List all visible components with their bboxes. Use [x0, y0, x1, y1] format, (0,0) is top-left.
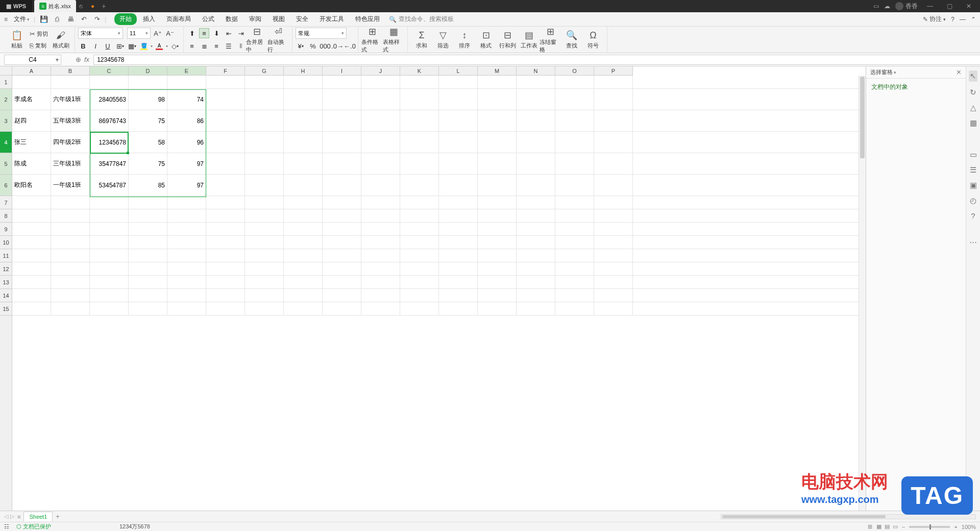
- cell[interactable]: [361, 302, 400, 315]
- sheet-nav-prev[interactable]: ◁: [4, 513, 8, 520]
- cell[interactable]: 一年级1班: [51, 175, 90, 196]
- cell[interactable]: [555, 223, 594, 235]
- ribbon-tab[interactable]: 视图: [267, 13, 290, 25]
- vertical-scrollbar[interactable]: [859, 76, 866, 511]
- row-header[interactable]: 8: [0, 209, 12, 223]
- cell[interactable]: [284, 89, 323, 110]
- cell[interactable]: [323, 89, 361, 110]
- cell[interactable]: [129, 276, 167, 288]
- cell[interactable]: [167, 262, 206, 275]
- cell[interactable]: [90, 289, 129, 302]
- cell[interactable]: [51, 302, 90, 315]
- cell[interactable]: [284, 153, 323, 174]
- column-header[interactable]: P: [594, 66, 633, 75]
- cell[interactable]: [284, 132, 323, 153]
- cell[interactable]: [400, 153, 439, 174]
- cell[interactable]: [245, 89, 284, 110]
- redo-icon[interactable]: ↷: [92, 15, 102, 23]
- cell[interactable]: [12, 302, 51, 315]
- cell[interactable]: [323, 209, 361, 222]
- cell[interactable]: [594, 249, 633, 262]
- cell[interactable]: [439, 89, 478, 110]
- justify-button[interactable]: ☰: [224, 41, 234, 51]
- cell[interactable]: [245, 289, 284, 302]
- column-header[interactable]: B: [51, 66, 90, 75]
- cell[interactable]: [323, 249, 361, 262]
- cell[interactable]: [90, 262, 129, 275]
- cell[interactable]: [167, 236, 206, 249]
- sheet-nav-next[interactable]: ▷: [10, 513, 14, 520]
- cell[interactable]: [439, 175, 478, 196]
- cell[interactable]: [90, 302, 129, 315]
- cell[interactable]: [323, 153, 361, 174]
- underline-button[interactable]: U: [103, 41, 113, 51]
- cell[interactable]: [90, 249, 129, 262]
- cell[interactable]: [594, 76, 633, 88]
- column-header[interactable]: K: [400, 66, 439, 75]
- cell[interactable]: [517, 76, 555, 88]
- cell[interactable]: [129, 223, 167, 235]
- cloud-icon[interactable]: ☁: [884, 3, 890, 10]
- cell[interactable]: [361, 76, 400, 88]
- indent-decrease-button[interactable]: ⇤: [224, 28, 234, 38]
- cell[interactable]: [245, 209, 284, 222]
- cell[interactable]: [594, 132, 633, 153]
- cell[interactable]: [478, 262, 517, 275]
- print-preview-icon[interactable]: ⎙: [53, 15, 62, 23]
- column-header[interactable]: G: [245, 66, 284, 75]
- align-bottom-button[interactable]: ⬇: [211, 28, 222, 38]
- cell[interactable]: [594, 209, 633, 222]
- cell[interactable]: 74: [167, 89, 206, 110]
- cell[interactable]: [245, 249, 284, 262]
- row-header[interactable]: 9: [0, 223, 12, 236]
- cell[interactable]: [129, 249, 167, 262]
- maximize-button[interactable]: ▢: [942, 3, 957, 10]
- cell[interactable]: [478, 76, 517, 88]
- merge-center-button[interactable]: ⊟合并居中: [246, 28, 267, 52]
- column-header[interactable]: E: [167, 66, 206, 75]
- reload-icon[interactable]: ↻: [970, 88, 976, 97]
- ribbon-min-icon[interactable]: —: [960, 16, 966, 23]
- cell[interactable]: [439, 153, 478, 174]
- cell[interactable]: [517, 110, 555, 131]
- zoom-in-button[interactable]: +: [954, 524, 957, 530]
- cell[interactable]: [51, 236, 90, 249]
- row-header[interactable]: 7: [0, 196, 12, 209]
- cell[interactable]: [478, 89, 517, 110]
- row-header[interactable]: 3: [0, 110, 12, 132]
- cell[interactable]: [51, 196, 90, 209]
- cell[interactable]: [12, 76, 51, 88]
- cell[interactable]: [555, 289, 594, 302]
- cell[interactable]: [361, 223, 400, 235]
- cell[interactable]: [284, 110, 323, 131]
- cell[interactable]: [323, 289, 361, 302]
- cell[interactable]: [439, 289, 478, 302]
- cell[interactable]: [555, 262, 594, 275]
- sheet-tab-active[interactable]: Sheet1: [23, 512, 53, 521]
- indent-increase-button[interactable]: ⇥: [236, 28, 246, 38]
- cell[interactable]: [206, 76, 245, 88]
- formula-input[interactable]: 12345678: [93, 55, 980, 65]
- row-header[interactable]: 11: [0, 249, 12, 262]
- cell[interactable]: [51, 262, 90, 275]
- cell[interactable]: [555, 132, 594, 153]
- cell[interactable]: [323, 236, 361, 249]
- cell[interactable]: [478, 110, 517, 131]
- save-icon[interactable]: 💾: [39, 15, 48, 23]
- cell[interactable]: [12, 249, 51, 262]
- cell[interactable]: [129, 289, 167, 302]
- row-header[interactable]: 15: [0, 302, 12, 316]
- filter-button[interactable]: ▽筛选: [432, 28, 454, 52]
- cell[interactable]: [594, 289, 633, 302]
- ribbon-tab[interactable]: 公式: [197, 13, 219, 25]
- cell[interactable]: [245, 276, 284, 288]
- cell[interactable]: [594, 262, 633, 275]
- cell[interactable]: [51, 276, 90, 288]
- column-header[interactable]: F: [206, 66, 245, 75]
- cell[interactable]: [400, 209, 439, 222]
- cell[interactable]: [361, 236, 400, 249]
- cell[interactable]: [555, 249, 594, 262]
- cell[interactable]: [439, 76, 478, 88]
- find-button[interactable]: 🔍查找: [561, 28, 582, 52]
- row-header[interactable]: 10: [0, 236, 12, 249]
